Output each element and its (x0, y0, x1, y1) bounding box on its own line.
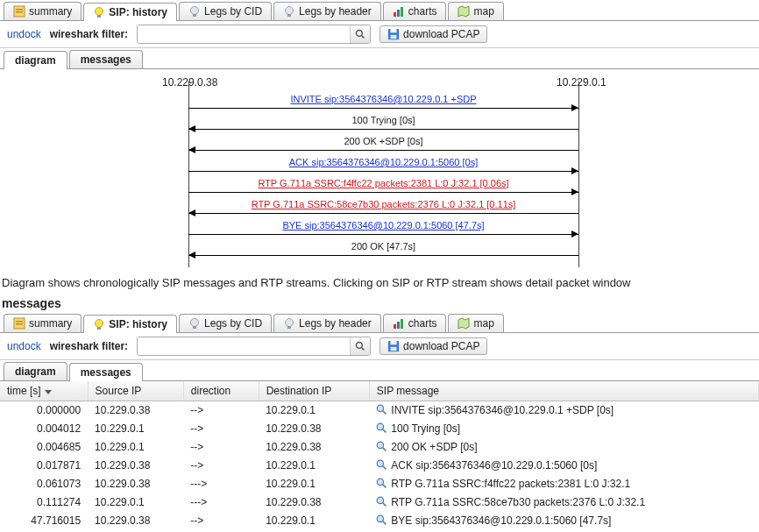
subtab-diagram-2[interactable]: diagram (4, 362, 67, 380)
col-destination-ip[interactable]: Destination IP (259, 381, 369, 401)
seq-message-text: BYE sip:3564376346@10.229.0.1:5060 [47.7… (188, 220, 578, 231)
node-right: 10.229.0.1 (557, 76, 606, 89)
subtab-diagram[interactable]: diagram (4, 51, 67, 69)
svg-rect-9 (394, 12, 396, 17)
magnifier-icon[interactable] (376, 514, 387, 526)
svg-point-38 (378, 423, 384, 429)
svg-line-37 (383, 411, 387, 415)
svg-rect-34 (391, 341, 397, 344)
toolbar-2: undock wireshark filter: download PCAP (0, 333, 759, 360)
magnifier-icon[interactable] (376, 496, 387, 507)
cell-dst: 10.229.0.38 (259, 420, 369, 438)
seq-message[interactable]: BYE sip:3564376346@10.229.0.1:5060 [47.7… (0, 220, 759, 241)
svg-rect-20 (16, 323, 23, 325)
undock-link[interactable]: undock (7, 28, 41, 40)
cell-msg: RTP G.711a SSRC:f4ffc22 packets:2381 L:0… (369, 475, 758, 493)
search-icon[interactable] (350, 25, 370, 43)
magnifier-icon[interactable] (376, 459, 387, 471)
search-icon-2[interactable] (350, 337, 370, 355)
cell-dir: --> (183, 438, 259, 457)
table-row[interactable]: 0.00000010.229.0.38-->10.229.0.1INVITE s… (0, 401, 759, 420)
sub-tabs: diagram messages (0, 48, 759, 69)
table-row[interactable]: 0.06107310.229.0.38--->10.229.0.1RTP G.7… (0, 475, 759, 493)
seq-message-text: ACK sip:3564376346@10.229.0.1:5060 [0s] (188, 157, 578, 167)
svg-rect-6 (193, 14, 196, 17)
svg-rect-17 (391, 35, 397, 39)
subtab-messages[interactable]: messages (69, 50, 143, 68)
cell-dir: ---> (183, 493, 259, 512)
tab-sip-history[interactable]: SIP: history (83, 3, 177, 21)
wireshark-filter-input[interactable] (138, 25, 350, 43)
svg-rect-4 (97, 15, 101, 18)
svg-point-7 (286, 7, 294, 15)
tab-legs-by-header[interactable]: Legs by header (273, 2, 381, 20)
svg-line-32 (362, 348, 365, 351)
svg-point-3 (96, 8, 103, 16)
svg-line-14 (362, 36, 365, 39)
wireshark-filter-input-2[interactable] (138, 337, 350, 355)
save-icon (387, 28, 400, 40)
undock-link-2[interactable]: undock (7, 340, 41, 352)
svg-line-41 (383, 448, 387, 451)
seq-message[interactable]: INVITE sip:3564376346@10.229.0.1 +SDP (0, 94, 759, 115)
magnifier-icon[interactable] (376, 478, 387, 489)
tab-label: Legs by CID (204, 317, 262, 330)
svg-point-25 (286, 319, 294, 327)
tab-charts[interactable]: charts (383, 314, 447, 332)
subtab-messages-2[interactable]: messages (69, 363, 143, 381)
svg-rect-10 (397, 10, 400, 17)
tab-label: Legs by CID (204, 5, 262, 18)
summary-icon (13, 5, 25, 18)
cell-msg: 100 Trying [0s] (369, 420, 758, 438)
table-row[interactable]: 0.00401210.229.0.1-->10.229.0.38100 Tryi… (0, 420, 759, 438)
download-pcap-button[interactable]: download PCAP (380, 25, 487, 43)
tab-charts[interactable]: charts (383, 2, 447, 20)
col-time-s-[interactable]: time [s] (0, 381, 88, 401)
table-row[interactable]: 47.71601510.229.0.38-->10.229.0.1BYE sip… (0, 512, 759, 530)
col-direction[interactable]: direction (183, 381, 259, 401)
col-sip-message[interactable]: SIP message (369, 381, 758, 401)
svg-rect-8 (287, 14, 291, 17)
bulb-off-icon (188, 5, 201, 18)
bulb-off-icon (283, 317, 295, 330)
magnifier-icon[interactable] (376, 404, 387, 415)
magnifier-icon[interactable] (376, 441, 387, 452)
magnifier-icon[interactable] (376, 422, 387, 434)
cell-dst: 10.229.0.1 (259, 512, 369, 530)
seq-message[interactable]: 200 OK [47.7s] (0, 241, 759, 262)
filter-label: wireshark filter: (50, 28, 128, 40)
table-row[interactable]: 0.01787110.229.0.38-->10.229.0.1ACK sip:… (0, 457, 759, 475)
cell-msg: BYE sip:3564376346@10.229.0.1:5060 [47.7… (369, 512, 758, 530)
seq-message[interactable]: ACK sip:3564376346@10.229.0.1:5060 [0s] (0, 157, 759, 178)
tab-label: Legs by header (299, 5, 372, 18)
bulb-on-icon (93, 6, 105, 18)
svg-line-47 (383, 503, 387, 507)
tab-map[interactable]: map (448, 2, 503, 20)
cell-time: 47.716015 (0, 512, 88, 530)
tab-label: SIP: history (109, 318, 167, 330)
cell-dst: 10.229.0.1 (259, 401, 369, 420)
cell-time: 0.061073 (0, 475, 88, 493)
tab-sip-history[interactable]: SIP: history (83, 315, 177, 333)
seq-message[interactable]: RTP G.711a SSRC:58ce7b30 packets:2376 L:… (0, 199, 759, 220)
seq-message[interactable]: 200 OK +SDP [0s] (0, 136, 759, 157)
col-source-ip[interactable]: Source IP (88, 381, 183, 401)
tab-legs-by-cid[interactable]: Legs by CID (179, 314, 272, 332)
tab-label: map (473, 5, 493, 18)
svg-line-39 (383, 429, 387, 433)
seq-message-text: RTP G.711a SSRC:f4ffc22 packets:2381 L:0… (188, 178, 578, 188)
cell-msg: 200 OK +SDP [0s] (369, 438, 758, 457)
seq-message[interactable]: 100 Trying [0s] (0, 115, 759, 136)
table-row[interactable]: 0.11127410.229.0.1--->10.229.0.38RTP G.7… (0, 493, 759, 512)
tab-map[interactable]: map (448, 314, 503, 332)
seq-message[interactable]: RTP G.711a SSRC:f4ffc22 packets:2381 L:0… (0, 178, 759, 199)
cell-time: 0.000000 (0, 401, 88, 420)
tab-summary[interactable]: summary (4, 314, 82, 332)
svg-point-21 (96, 320, 103, 328)
tab-summary[interactable]: summary (4, 2, 82, 20)
tab-legs-by-header[interactable]: Legs by header (273, 314, 381, 332)
svg-rect-11 (401, 7, 403, 17)
tab-legs-by-cid[interactable]: Legs by CID (179, 2, 272, 20)
download-pcap-button-2[interactable]: download PCAP (380, 337, 487, 355)
table-row[interactable]: 0.00468510.229.0.1-->10.229.0.38200 OK +… (0, 438, 759, 457)
